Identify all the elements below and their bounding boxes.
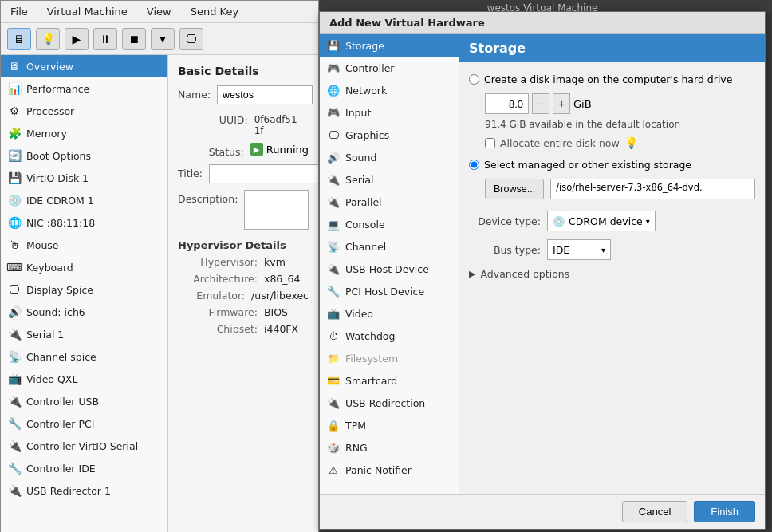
sidebar-item-overview[interactable]: 🖥 Overview [1,55,167,77]
menu-send-key[interactable]: Send Key [187,4,242,19]
pause-btn[interactable]: ⏸ [93,28,117,50]
sound-icon: 🔊 [7,305,22,319]
disk-size-input[interactable] [485,93,529,114]
hw-item-sound[interactable]: 🔊 Sound [320,146,459,168]
hw-item-input[interactable]: 🎮 Input [320,101,459,124]
bus-type-select[interactable]: IDE ▾ [547,239,611,260]
hw-item-watchdog[interactable]: ⏱ Watchdog [320,325,459,347]
serial-dialog-icon: 🔌 [326,172,341,187]
menu-view[interactable]: View [144,4,175,19]
hw-label-serial: Serial [345,174,373,186]
sidebar-item-keyboard[interactable]: ⌨ Keyboard [1,256,167,278]
status-row: Status: ▶ Running [178,143,309,158]
stop-btn[interactable]: ⏹ [122,28,146,50]
sidebar-item-nic[interactable]: 🌐 NIC :88:11:18 [1,211,167,234]
allocate-label: Allocate entire disk now [500,137,620,149]
create-disk-radio[interactable] [469,74,479,85]
uuid-label: UUID: [178,111,248,126]
hw-item-pci-host-device[interactable]: 🔧 PCI Host Device [320,280,459,302]
sidebar-item-sound[interactable]: 🔊 Sound: ich6 [1,301,167,323]
advanced-options-row[interactable]: ▶ Advanced options [469,268,755,280]
sidebar-label-controller-ide: Controller IDE [26,463,96,475]
monitor-btn[interactable]: 🖥 [7,28,31,50]
add-hardware-dialog: Add New Virtual Hardware 💾 Storage 🎮 Con… [319,11,766,530]
sidebar-item-mouse[interactable]: 🖱 Mouse [1,234,167,256]
hw-item-usb-redirection[interactable]: 🔌 USB Redirection [320,392,459,414]
processor-icon: ⚙ [7,104,22,118]
name-label: Name: [178,85,211,100]
sidebar-item-memory[interactable]: 🧩 Memory [1,122,167,144]
hw-item-console[interactable]: 💻 Console [320,213,459,235]
pci-host-device-icon: 🔧 [326,284,341,298]
sidebar-item-usb-redirector[interactable]: 🔌 USB Redirector 1 [1,479,167,502]
fullscreen-btn[interactable]: 🖵 [179,28,203,50]
sidebar-item-controller-usb[interactable]: 🔌 Controller USB [1,390,167,412]
hw-label-controller: Controller [345,62,395,74]
sidebar-item-serial[interactable]: 🔌 Serial 1 [1,323,167,345]
sidebar-item-controller-ide[interactable]: 🔧 Controller IDE [1,457,167,479]
title-input[interactable] [209,164,318,183]
serial-icon: 🔌 [7,327,22,341]
usb-redirection-icon: 🔌 [326,396,341,410]
emulator-row: Emulator: /usr/libexec [178,290,309,301]
hw-label-graphics: Graphics [345,129,389,141]
hw-item-filesystem[interactable]: 📁 Filesystem [320,347,459,369]
device-type-value: CDROM device [569,215,643,227]
browse-button[interactable]: Browse... [485,179,544,199]
allocate-checkbox[interactable] [485,138,495,148]
smartcard-icon: 💳 [326,373,341,388]
sidebar-item-boot-options[interactable]: 🔄 Boot Options [1,144,167,167]
hypervisor-label: Hypervisor: [178,256,258,268]
description-input[interactable] [244,190,309,230]
sidebar-item-controller-virtio-serial[interactable]: 🔌 Controller VirtIO Serial [1,435,167,457]
menu-file[interactable]: File [7,4,31,19]
play-btn[interactable]: ▶ [65,28,89,50]
controller-ide-icon: 🔧 [7,461,22,475]
hw-label-channel: Channel [345,241,386,253]
menu-virtual-machine[interactable]: Virtual Machine [44,4,131,19]
hw-label-watchdog: Watchdog [345,330,395,342]
channel-spice-icon: 📡 [7,349,22,364]
sidebar-item-performance[interactable]: 📊 Performance [1,77,167,100]
network-icon: 🌐 [326,83,341,97]
sidebar-label-usb-redirector: USB Redirector 1 [26,485,111,497]
sidebar-label-controller-usb: Controller USB [26,396,99,408]
bulb-btn[interactable]: 💡 [36,28,60,50]
sidebar-item-processor[interactable]: ⚙ Processor [1,100,167,122]
disk-size-minus-btn[interactable]: − [532,93,549,114]
finish-button[interactable]: Finish [694,501,755,522]
hw-label-input: Input [345,107,371,119]
sidebar-item-channel-spice[interactable]: 📡 Channel spice [1,345,167,368]
hw-item-rng[interactable]: 🎲 RNG [320,436,459,459]
dropdown-btn[interactable]: ▾ [151,28,175,50]
hw-item-parallel[interactable]: 🔌 Parallel [320,191,459,213]
sidebar-label-virtio-disk: VirtIO Disk 1 [26,172,89,184]
hw-item-panic-notifier[interactable]: ⚠ Panic Notifier [320,459,459,481]
hw-label-tpm: TPM [345,420,366,432]
status-value: Running [266,144,309,156]
sidebar-item-video-qxl[interactable]: 📺 Video QXL [1,368,167,390]
sidebar-item-display-spice[interactable]: 🖵 Display Spice [1,278,167,301]
hw-item-usb-host-device[interactable]: 🔌 USB Host Device [320,258,459,280]
hw-item-tpm[interactable]: 🔒 TPM [320,414,459,436]
hw-item-video[interactable]: 📺 Video [320,302,459,325]
video-qxl-icon: 📺 [7,372,22,386]
select-existing-radio[interactable] [469,160,479,170]
cancel-button[interactable]: Cancel [622,501,687,522]
device-type-select[interactable]: 💿 CDROM device ▾ [547,211,656,231]
device-type-dropdown-arrow: ▾ [646,217,650,226]
hw-item-storage[interactable]: 💾 Storage [320,34,459,57]
hw-item-network[interactable]: 🌐 Network [320,79,459,101]
sidebar-item-virtio-disk[interactable]: 💾 VirtIO Disk 1 [1,167,167,189]
hw-item-serial[interactable]: 🔌 Serial [320,168,459,191]
sidebar-item-ide-cdrom[interactable]: 💿 IDE CDROM 1 [1,189,167,211]
ide-cdrom-icon: 💿 [7,193,22,207]
hw-item-channel[interactable]: 📡 Channel [320,235,459,258]
hw-item-graphics[interactable]: 🖵 Graphics [320,124,459,146]
panic-notifier-icon: ⚠ [326,463,341,477]
hw-item-controller[interactable]: 🎮 Controller [320,57,459,79]
hw-item-smartcard[interactable]: 💳 Smartcard [320,369,459,392]
disk-size-plus-btn[interactable]: + [553,93,570,114]
name-input[interactable] [217,85,313,104]
sidebar-item-controller-pci[interactable]: 🔧 Controller PCI [1,412,167,435]
